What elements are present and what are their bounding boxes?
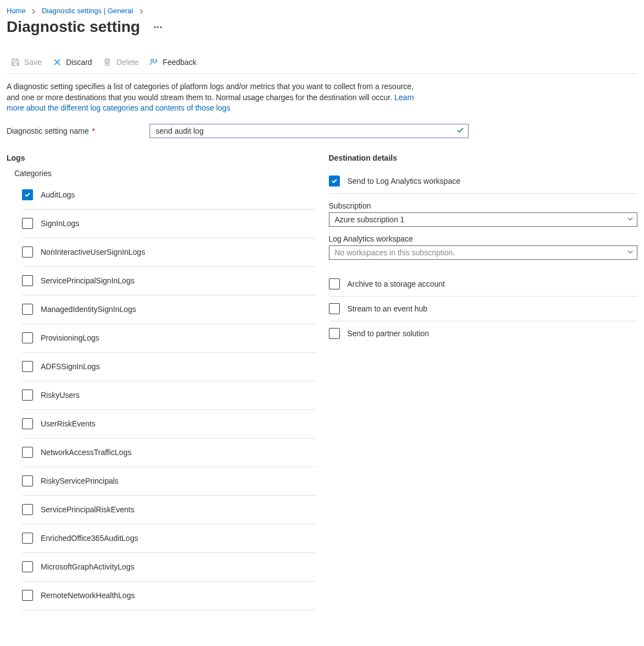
delete-button: Delete: [98, 54, 142, 70]
destination-heading: Destination details: [329, 154, 638, 162]
required-asterisk: *: [92, 127, 95, 135]
save-button: Save: [7, 54, 46, 70]
category-row: RiskyServicePrincipals: [22, 467, 316, 496]
category-row: SignInLogs: [22, 210, 316, 238]
diagnostic-name-input[interactable]: [150, 124, 469, 138]
category-row: ManagedIdentitySignInLogs: [22, 295, 316, 324]
category-row: NetworkAccessTrafficLogs: [22, 439, 316, 467]
category-checkbox[interactable]: [22, 561, 33, 572]
toolbar: Save Discard Delete Feedback: [7, 51, 637, 73]
category-checkbox[interactable]: [22, 590, 33, 601]
breadcrumb-home[interactable]: Home: [7, 7, 26, 15]
dest-eventhub-row: Stream to an event hub: [329, 297, 638, 321]
save-label: Save: [24, 58, 42, 67]
svg-point-0: [151, 59, 153, 62]
category-checkbox[interactable]: [22, 218, 33, 229]
dest-partner-checkbox[interactable]: [329, 328, 340, 339]
category-label: UserRiskEvents: [41, 419, 96, 428]
category-label: ProvisioningLogs: [41, 333, 100, 342]
category-row: RiskyUsers: [22, 381, 316, 410]
category-label: SignInLogs: [41, 219, 79, 228]
workspace-placeholder: No workspaces in this subscription.: [335, 248, 455, 257]
breadcrumb: Home Diagnostic settings | General: [7, 7, 637, 15]
category-label: ServicePrincipalRiskEvents: [41, 505, 134, 514]
dest-log-analytics-label: Send to Log Analytics workspace: [348, 177, 460, 185]
category-label: RemoteNetworkHealthLogs: [41, 591, 135, 600]
category-checkbox[interactable]: [22, 504, 33, 515]
categories-heading: Categories: [14, 169, 316, 178]
workspace-select[interactable]: No workspaces in this subscription.: [329, 245, 638, 260]
page-title-text: Diagnostic setting: [7, 18, 140, 36]
intro-body: A diagnostic setting specifies a list of…: [7, 82, 414, 102]
workspace-label: Log Analytics workspace: [329, 234, 638, 243]
delete-label: Delete: [116, 58, 138, 67]
dest-eventhub-checkbox[interactable]: [329, 303, 340, 314]
category-checkbox[interactable]: [22, 447, 33, 458]
category-checkbox[interactable]: [22, 275, 33, 286]
category-checkbox[interactable]: [22, 475, 33, 486]
category-label: RiskyServicePrincipals: [41, 477, 119, 485]
logs-heading: Logs: [7, 154, 316, 162]
page-title: Diagnostic setting ···: [7, 18, 637, 36]
category-label: ADFSSignInLogs: [41, 362, 100, 371]
discard-label: Discard: [66, 58, 92, 67]
category-checkbox[interactable]: [22, 418, 33, 429]
category-label: RiskyUsers: [41, 391, 80, 399]
category-label: MicrosoftGraphActivityLogs: [41, 562, 134, 571]
category-checkbox[interactable]: [22, 533, 33, 544]
dest-partner-label: Send to partner solution: [348, 329, 430, 338]
validation-ok-icon: [456, 126, 464, 135]
discard-icon: [53, 58, 62, 67]
category-row: AuditLogs: [22, 181, 316, 210]
category-checkbox[interactable]: [22, 189, 33, 200]
feedback-icon: [150, 58, 158, 67]
category-label: NonInteractiveUserSignInLogs: [41, 248, 145, 256]
toolbar-divider: [7, 73, 637, 74]
category-checkbox[interactable]: [22, 361, 33, 372]
dest-storage-label: Archive to a storage account: [348, 280, 445, 288]
category-row: ServicePrincipalSignInLogs: [22, 267, 316, 295]
category-row: ProvisioningLogs: [22, 324, 316, 353]
subscription-field: Subscription Azure subscription 1: [329, 201, 638, 227]
dest-log-analytics-row: Send to Log Analytics workspace: [329, 169, 638, 194]
category-row: UserRiskEvents: [22, 410, 316, 439]
category-label: EnrichedOffice365AuditLogs: [41, 534, 138, 543]
category-row: ServicePrincipalRiskEvents: [22, 496, 316, 524]
chevron-right-icon: [31, 7, 36, 15]
subscription-select[interactable]: Azure subscription 1: [329, 212, 638, 227]
category-row: NonInteractiveUserSignInLogs: [22, 238, 316, 267]
workspace-field: Log Analytics workspace No workspaces in…: [329, 234, 638, 260]
dest-storage-row: Archive to a storage account: [329, 272, 638, 297]
dest-storage-checkbox[interactable]: [329, 278, 340, 289]
category-checkbox[interactable]: [22, 247, 33, 258]
dest-log-analytics-checkbox[interactable]: [329, 176, 340, 187]
destination-section: Destination details Send to Log Analytic…: [329, 154, 638, 346]
name-label: Diagnostic setting name *: [7, 127, 150, 135]
delete-icon: [103, 58, 112, 67]
category-checkbox[interactable]: [22, 390, 33, 401]
chevron-down-icon: [627, 215, 634, 224]
chevron-down-icon: [627, 248, 634, 257]
name-label-text: Diagnostic setting name: [7, 127, 89, 135]
discard-button[interactable]: Discard: [48, 54, 96, 70]
intro-text: A diagnostic setting specifies a list of…: [7, 81, 425, 114]
category-row: RemoteNetworkHealthLogs: [22, 582, 316, 610]
category-checkbox[interactable]: [22, 332, 33, 343]
subscription-label: Subscription: [329, 201, 638, 210]
category-checkbox[interactable]: [22, 304, 33, 315]
category-label: NetworkAccessTrafficLogs: [41, 448, 131, 457]
category-row: MicrosoftGraphActivityLogs: [22, 553, 316, 582]
category-label: ServicePrincipalSignInLogs: [41, 276, 134, 285]
dest-partner-row: Send to partner solution: [329, 321, 638, 346]
subscription-value: Azure subscription 1: [335, 215, 405, 224]
breadcrumb-diagnostic-settings[interactable]: Diagnostic settings | General: [42, 7, 133, 15]
category-label: AuditLogs: [41, 190, 75, 199]
more-actions-button[interactable]: ···: [149, 21, 167, 32]
category-label: ManagedIdentitySignInLogs: [41, 305, 136, 314]
category-row: EnrichedOffice365AuditLogs: [22, 524, 316, 553]
category-row: ADFSSignInLogs: [22, 353, 316, 381]
name-row: Diagnostic setting name *: [7, 124, 637, 138]
logs-section: Logs Categories AuditLogsSignInLogsNonIn…: [7, 154, 316, 610]
dest-eventhub-label: Stream to an event hub: [348, 304, 428, 313]
feedback-button[interactable]: Feedback: [145, 54, 201, 70]
